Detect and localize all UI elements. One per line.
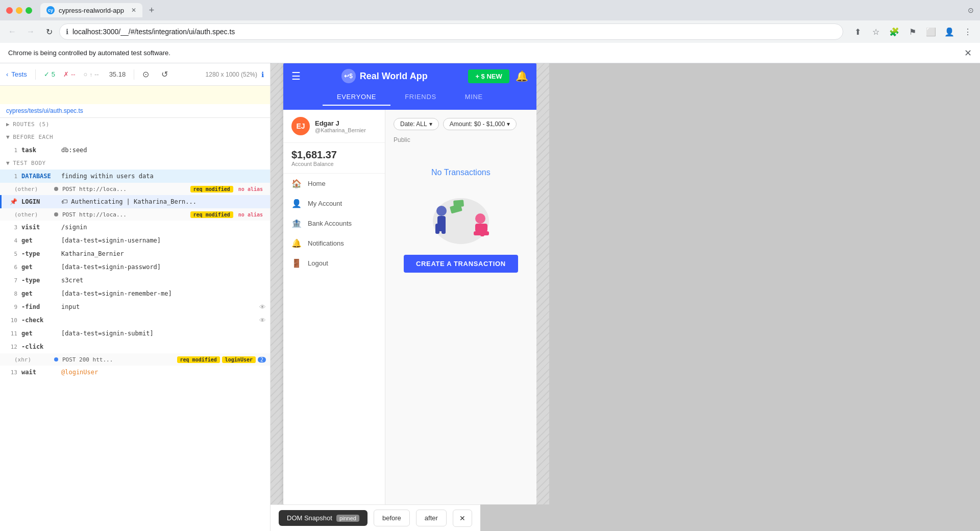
rwa-user-info: Edgar J @Katharina_Bernier [315,119,366,133]
nav-logout[interactable]: 🚪 Logout [283,253,385,273]
rwa-balance-label: Account Balance [291,161,377,167]
routes-label: ROUTES (5) [13,121,50,128]
nav-notifications[interactable]: 🔔 Notifications [283,233,385,253]
tab-close-button[interactable]: ✕ [131,7,136,14]
cast-icon[interactable]: ⊙ [968,6,974,14]
profile-icon[interactable]: 👤 [941,23,958,40]
rwa-user-section: EJ Edgar J @Katharina_Bernier [283,110,385,143]
back-button[interactable]: ← [4,23,20,40]
tab-everyone[interactable]: EVERYONE [323,89,390,106]
pending-stat: ○ ↑ -- [84,70,99,78]
new-tab-button[interactable]: + [144,3,159,17]
traffic-lights [6,7,32,14]
pin-icon: 📌 [10,198,17,205]
test-item-get-submit[interactable]: 11 get [data-test=signin-submit] [0,327,270,340]
svg-point-1 [436,206,447,216]
test-body-toggle-icon[interactable]: ▼ [6,160,10,166]
menu-icon[interactable]: ⋮ [960,23,976,40]
bookmark-icon[interactable]: ☆ [868,23,884,40]
tab-mine[interactable]: MINE [451,89,497,106]
test-item-type-username[interactable]: 5 -type Katharina_Bernier [0,247,270,260]
test-item-get-password[interactable]: 6 get [data-test=signin-password] [0,260,270,274]
amount-filter-chevron: ▾ [507,120,510,128]
test-item-find-input[interactable]: 9 -find input 👁 [0,300,270,313]
test-item-login[interactable]: 📌 LOGIN 🏷 Authenticating | Katharina_Ber… [0,195,270,208]
tab-favicon: cy [46,6,55,14]
test-sub-other-1[interactable]: (other) POST http://loca... req modified… [0,183,270,195]
no-transactions-illustration [415,185,507,247]
nav-account-label: My Account [308,200,342,207]
nav-my-account[interactable]: 👤 My Account [283,194,385,213]
test-item-database[interactable]: 1 DATABASE finding within users data [0,170,270,183]
test-value-get-remember: [data-test=signin-remember-me] [61,290,266,297]
nav-home[interactable]: 🏠 Home [283,174,385,194]
routes-toggle-icon[interactable]: ▶ [6,121,10,128]
active-tab[interactable]: cy cypress-realworld-app ✕ [40,3,142,17]
create-transaction-button[interactable]: CREATE A TRANSACTION [404,255,518,273]
rwa-new-button[interactable]: + $ NEW [468,69,509,83]
test-item-check[interactable]: 10 -check 👁 [0,313,270,327]
rwa-logo-icon: ↩$ [341,69,356,83]
info-icon[interactable]: ℹ [261,70,264,79]
tab-everyone-label: EVERYONE [337,93,376,101]
dom-after-button[interactable]: after [416,510,447,526]
test-value-get-username: [data-test=signin-username] [61,237,266,244]
dom-snapshot-button[interactable]: DOM Snapshot pinned [279,510,368,526]
file-path[interactable]: cypress/tests/ui/auth.spec.ts [0,104,270,118]
download-icon[interactable]: ⬆ [849,23,866,40]
target-icon[interactable]: ⊙ [142,69,149,79]
cypress-url-input[interactable] [6,91,264,99]
eye-icon-1[interactable]: 👁 [259,303,266,311]
test-sub-other-2[interactable]: (other) POST http://loca... req modified… [0,208,270,221]
test-cmd-find: -find [21,303,57,310]
dom-before-button[interactable]: before [374,510,410,526]
pass-check-icon: ✓ [44,70,50,78]
test-value-visit: /signin [61,224,266,231]
test-value-get-password: [data-test=signin-password] [61,263,266,271]
test-num-4: 4 [8,237,17,244]
nav-bank-accounts[interactable]: 🏦 Bank Accounts [283,213,385,233]
test-item-get-remember[interactable]: 8 get [data-test=signin-remember-me] [0,287,270,300]
tests-button[interactable]: ‹ Tests [6,70,27,78]
reload-button[interactable]: ↻ [41,23,57,40]
test-item-type-password[interactable]: 7 -type s3cret [0,274,270,287]
tab-friends[interactable]: FRIENDS [390,89,451,106]
test-sub-xhr[interactable]: (xhr) POST 200 htt... req modified login… [0,353,270,366]
test-item-task[interactable]: 1 task db:seed [0,143,270,157]
svg-rect-3 [435,224,439,234]
date-filter-chevron: ▾ [429,120,432,128]
extensions-icon[interactable]: 🧩 [886,23,902,40]
bank-icon: 🏦 [291,219,302,228]
amount-filter-button[interactable]: Amount: $0 - $1,000 ▾ [443,118,517,130]
test-item-wait[interactable]: 13 wait @loginUser [0,366,270,379]
dom-close-button[interactable]: ✕ [453,510,472,527]
close-window-button[interactable] [6,7,13,14]
flag-icon[interactable]: ⚑ [904,23,921,40]
rwa-bell-icon[interactable]: 🔔 [516,70,528,82]
test-item-click[interactable]: 12 -click [0,340,270,353]
forward-button[interactable]: → [22,23,39,40]
split-icon[interactable]: ⬜ [923,23,939,40]
separator2 [134,69,134,80]
req-badge-2: req modified [190,211,233,218]
method-post-ok-icon [54,357,58,361]
rwa-avatar: EJ [291,117,310,135]
logout-icon: 🚪 [291,258,302,268]
before-each-toggle-icon[interactable]: ▼ [6,134,10,140]
test-item-visit[interactable]: 3 visit /signin [0,221,270,234]
address-bar[interactable]: ℹ localhost:3000/__/#/tests/integration/… [59,23,843,40]
minimize-window-button[interactable] [16,7,22,14]
eye-icon-2[interactable]: 👁 [259,317,266,324]
req-badge-1: req modified [190,186,233,192]
notification-close-button[interactable]: ✕ [964,47,972,59]
rwa-avatar-initials: EJ [296,122,305,130]
fail-x-icon: ✗ [63,70,69,78]
reload-tests-button[interactable]: ↺ [161,69,168,79]
maximize-window-button[interactable] [26,7,32,14]
chrome-extra-icons: ⊙ [968,6,974,14]
rwa-menu-icon[interactable]: ☰ [291,70,301,82]
account-icon: 👤 [291,199,302,208]
tab-title: cypress-realworld-app [59,7,124,14]
test-item-get-username[interactable]: 4 get [data-test=signin-username] [0,234,270,247]
date-filter-button[interactable]: Date: ALL ▾ [394,118,439,130]
